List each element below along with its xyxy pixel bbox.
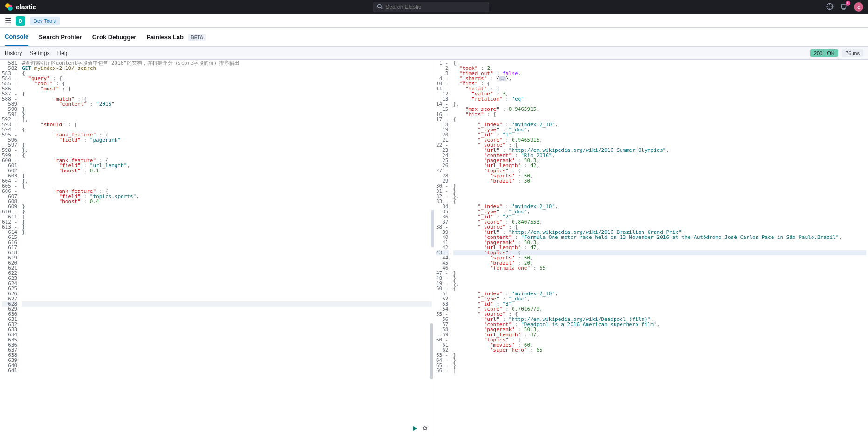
editor-area: 581582583 -584 -585 -586 -587 -588 -5895… [0, 60, 868, 436]
request-pane[interactable]: 581582583 -584 -585 -586 -587 -588 -5895… [0, 60, 434, 436]
user-avatar[interactable]: e [854, 2, 863, 12]
scrollbar-thumb[interactable] [430, 323, 433, 379]
app-tabs: Console Search Profiler Grok Debugger Pa… [0, 28, 868, 47]
response-time: 76 ms [842, 49, 863, 57]
search-icon [377, 4, 383, 11]
tab-console[interactable]: Console [5, 28, 28, 46]
notification-badge: 1 [846, 1, 850, 6]
breadcrumb[interactable]: Dev Tools [30, 17, 60, 25]
space-selector[interactable]: D [16, 16, 25, 26]
tab-grok-debugger[interactable]: Grok Debugger [92, 29, 137, 45]
subtab-settings[interactable]: Settings [29, 50, 49, 56]
request-options-icon[interactable] [422, 425, 428, 433]
svg-line-3 [381, 7, 383, 9]
subtab-help[interactable]: Help [57, 50, 69, 56]
brand-logo[interactable]: elastic [5, 3, 36, 11]
svg-point-2 [378, 4, 382, 8]
help-icon[interactable] [826, 3, 834, 12]
status-badge: 200 - OK [810, 49, 838, 57]
newsfeed-icon[interactable]: 1 [840, 3, 847, 12]
tab-painless-lab[interactable]: Painless Lab BETA [146, 29, 206, 45]
global-header: elastic 1 e [0, 0, 868, 14]
console-subbar: History Settings Help 200 - OK 76 ms [0, 47, 868, 60]
response-pane[interactable]: 1 -234 -10 -11 -121314 -1516 -17 -181920… [434, 60, 868, 436]
tab-search-profiler[interactable]: Search Profiler [39, 29, 82, 45]
nav-toggle-icon[interactable]: ☰ [5, 16, 11, 25]
global-search-input[interactable] [385, 4, 485, 10]
run-request-icon[interactable] [411, 425, 418, 433]
beta-badge: BETA [188, 34, 206, 41]
brand-name: elastic [16, 3, 36, 11]
navbar: ☰ D Dev Tools [0, 14, 868, 28]
global-search[interactable] [373, 2, 489, 12]
subtab-history[interactable]: History [5, 50, 22, 56]
elastic-logo-icon [5, 3, 13, 11]
tab-painless-lab-label: Painless Lab [146, 34, 183, 41]
